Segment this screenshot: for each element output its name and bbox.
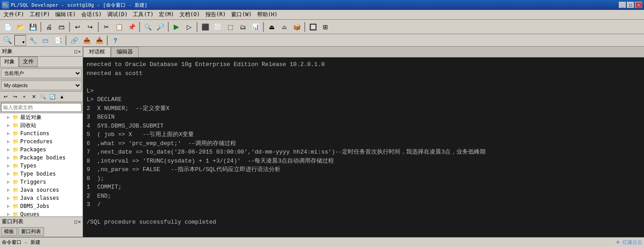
print2-button[interactable]: 🗃 [56,22,67,32]
tree-item-java-sources[interactable]: ▷ 📁 Java sources [0,186,83,194]
menu-macro[interactable]: 宏(M) [156,10,177,19]
title-bar-controls[interactable]: _ □ ✕ [619,2,642,8]
panel-pin-btn[interactable]: ✕ [78,49,81,54]
menu-doc[interactable]: 文档(O) [177,10,203,19]
tree-item-dbms-jobs[interactable]: ▷ 📁 DBMS_Jobs [0,202,83,210]
tree-item-procedures[interactable]: ▷ 📁 Procedures [0,137,83,146]
tb16[interactable]: ⊞ [320,22,331,32]
menu-window[interactable]: 窗口(W) [228,10,254,19]
copy-button[interactable]: 📋 [113,22,125,32]
left-panel-tabs: 对象 文件 [0,57,83,67]
menu-file[interactable]: 文件(F) [1,10,27,19]
menu-edit[interactable]: 编辑(E) [53,10,79,19]
dropdown-btn[interactable]: ▼ [14,35,26,46]
bottom-pin-btn[interactable]: ✕ [78,219,81,224]
menu-session[interactable]: 会话(S) [79,10,105,19]
open-button[interactable]: 📂 [14,22,26,32]
tree-toolbar: ↩ ↪ + ✕ 🔍 🔄 ▲ [0,92,83,102]
tb2-1[interactable]: 🔍 [2,35,13,46]
tab-editor[interactable]: 编辑器 [111,47,139,57]
tb10[interactable]: 🗂 [237,22,249,32]
paste-button[interactable]: 📌 [126,22,137,32]
tb2-8[interactable]: 📥 [93,35,105,46]
tab-objects[interactable]: 对象 [0,57,19,67]
search-button[interactable]: 🔍 [142,22,153,32]
maximize-button[interactable]: □ [627,2,634,8]
tb15[interactable]: 🔲 [307,22,319,32]
run2-button[interactable]: ▷ [183,22,195,32]
tab-window-list[interactable]: 窗口列表 [18,227,44,236]
tb2-4[interactable]: 🗃 [39,35,51,46]
bottom-panel-controls[interactable]: □ ✕ [74,219,81,224]
forward-icon[interactable]: ↪ [10,93,19,101]
code-output-area[interactable]: nnected to Oracle Database 10g Enterpris… [83,57,644,237]
tb9[interactable]: ⬚ [224,22,236,32]
tab-template[interactable]: 模板 [1,227,17,236]
tab-dialog[interactable]: 对话框 [83,47,111,57]
menu-help[interactable]: 帮助(H) [254,10,280,19]
tb2-7[interactable]: 📤 [81,35,92,46]
replace-button[interactable]: 🔎 [154,22,166,32]
object-tree: ▷ 📁 最近对象 ▷ 📁 回收站 ▷ 📁 Functions ▷ 📁 Proce… [0,113,83,216]
run-button[interactable]: ▶ [171,22,182,32]
bottom-float-btn[interactable]: □ [74,219,77,224]
tb11[interactable]: 📊 [250,22,261,32]
tree-item-triggers[interactable]: ▷ 📁 Triggers [0,178,83,186]
up-icon[interactable]: ▲ [57,93,66,101]
objects-dropdown[interactable]: My objects [1,80,82,90]
menu-project[interactable]: 工程(P) [27,10,53,19]
tree-item-packages[interactable]: ▷ 📁 Packages [0,146,83,154]
tree-item-recycle[interactable]: ▷ 📁 回收站 [0,121,83,129]
folder-icon: 📁 [13,179,19,185]
bottom-panel-title: 窗口列表 [2,218,23,225]
help-button[interactable]: ? [110,35,121,46]
menu-tools[interactable]: 工具(T) [130,10,156,19]
menu-bar: 文件(F) 工程(P) 编辑(E) 会话(S) 调试(D) 工具(T) 宏(M)… [0,10,644,20]
add-icon[interactable]: + [20,93,29,101]
close-button[interactable]: ✕ [635,2,642,8]
sep4 [139,22,140,32]
tree-item-queues[interactable]: ▷ 📁 Queues [0,210,83,216]
remove-icon[interactable]: ✕ [29,93,38,101]
tb2-6[interactable]: 🔗 [68,35,80,46]
tb13[interactable]: ⏏ [278,22,290,32]
tree-item-package-bodies[interactable]: ▷ 📁 Package bodies [0,154,83,162]
user-dropdown[interactable]: 当前用户 [1,68,82,78]
tb2-3[interactable]: 🔧 [27,35,39,46]
tree-label: DBMS_Jobs [20,203,49,209]
save-button[interactable]: 💾 [27,22,39,32]
refresh-icon[interactable]: ↩ [1,93,10,101]
panel-float-btn[interactable]: □ [74,49,77,54]
tb8[interactable]: ⬜ [212,22,223,32]
search-input[interactable] [1,103,82,112]
redo-button[interactable]: ↪ [84,22,96,32]
sync-icon[interactable]: 🔄 [48,93,57,101]
tb12[interactable]: ⏏ [266,22,277,32]
panel-header-controls[interactable]: □ ✕ [74,49,81,54]
tb2-5[interactable]: 📑 [52,35,64,46]
minimize-button[interactable]: _ [619,2,626,8]
menu-report[interactable]: 报告(R) [203,10,229,19]
app-icon: PL [2,1,9,9]
print-button[interactable]: 🖨 [43,22,55,32]
tree-item-functions[interactable]: ▷ 📁 Functions [0,129,83,137]
tb7[interactable]: ⬛ [199,22,211,32]
tree-item-type-bodies[interactable]: ▷ 📁 Type bodies [0,170,83,178]
tb14[interactable]: 📦 [291,22,302,32]
tab-files[interactable]: 文件 [19,57,38,67]
tree-item-java-classes[interactable]: ▷ 📁 Java classes [0,194,83,202]
folder-icon: 📁 [13,212,19,217]
cut-button[interactable]: ✂ [101,22,112,32]
new-button[interactable]: 📄 [2,22,13,32]
tree-item-recent[interactable]: ▷ 📁 最近对象 [0,113,83,121]
folder-icon: 📁 [13,115,19,120]
second-toolbar: 🔍 ▼ 🔧 🗃 📑 🔗 📤 📥 ? [0,34,644,47]
title-bar-left: PL PL/SQL Developer - scott@10g - [命令窗口 … [2,1,147,9]
tree-label: Queues [20,211,39,216]
tree-item-types[interactable]: ▷ 📁 Types [0,162,83,170]
arrow-icon: ▷ [7,115,13,119]
search-tree-icon[interactable]: 🔍 [39,93,48,101]
sep5 [168,22,169,32]
undo-button[interactable]: ↩ [72,22,83,32]
menu-debug[interactable]: 调试(D) [105,10,131,19]
